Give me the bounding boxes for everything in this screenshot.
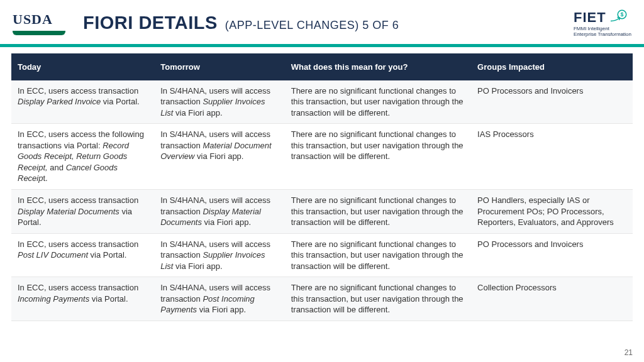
money-arrow-icon: $ [609, 9, 628, 26]
table-row: In ECC, users access transaction Display… [11, 189, 633, 233]
cell-tomorrow: In S/4HANA, users will access transactio… [154, 233, 284, 277]
cell-today: In ECC, users access transaction Display… [11, 189, 154, 233]
comparison-table: Today Tomorrow What does this mean for y… [11, 53, 633, 321]
col-header-meaning: What does this mean for you? [285, 53, 471, 80]
cell-groups: PO Processors and Invoicers [471, 233, 633, 277]
usda-swoosh-icon [13, 26, 65, 35]
cell-tomorrow: In S/4HANA, users will access transactio… [154, 277, 284, 321]
slide-subtitle: (APP-LEVEL CHANGES) 5 OF 6 [225, 19, 399, 32]
cell-today: In ECC, users access the following trans… [11, 124, 154, 190]
cell-meaning: There are no significant functional chan… [285, 277, 471, 321]
cell-tomorrow: In S/4HANA, users will access transactio… [154, 124, 284, 190]
cell-tomorrow: In S/4HANA, users will access transactio… [154, 80, 284, 124]
cell-tomorrow: In S/4HANA, users will access transactio… [154, 189, 284, 233]
slide-title: FIORI DETAILS [83, 13, 218, 33]
comparison-table-wrap: Today Tomorrow What does this mean for y… [0, 53, 644, 321]
svg-text:$: $ [620, 12, 623, 18]
table-row: In ECC, users access transaction Display… [11, 80, 633, 124]
table-row: In ECC, users access transaction Post LI… [11, 233, 633, 277]
fiet-logo: FIET $ FMMI Intelligent Enterprise Trans… [574, 9, 631, 38]
col-header-today: Today [11, 53, 154, 80]
cell-meaning: There are no significant functional chan… [285, 189, 471, 233]
table-row: In ECC, users access transaction Incomin… [11, 277, 633, 321]
fiet-tagline-2: Enterprise Transformation [574, 32, 631, 38]
usda-logo: USDA [13, 11, 65, 35]
fiet-logo-text: FIET [574, 9, 606, 26]
cell-meaning: There are no significant functional chan… [285, 233, 471, 277]
page-number: 21 [625, 348, 633, 357]
cell-meaning: There are no significant functional chan… [285, 80, 471, 124]
cell-today: In ECC, users access transaction Display… [11, 80, 154, 124]
table-row: In ECC, users access the following trans… [11, 124, 633, 190]
slide-header: USDA FIORI DETAILS (APP-LEVEL CHANGES) 5… [0, 0, 644, 41]
col-header-groups: Groups Impacted [471, 53, 633, 80]
cell-groups: PO Handlers, especially IAS or Procureme… [471, 189, 633, 233]
divider [0, 44, 644, 47]
col-header-tomorrow: Tomorrow [154, 53, 284, 80]
cell-groups: IAS Processors [471, 124, 633, 190]
cell-meaning: There are no significant functional chan… [285, 124, 471, 190]
cell-today: In ECC, users access transaction Incomin… [11, 277, 154, 321]
cell-groups: PO Processors and Invoicers [471, 80, 633, 124]
slide: USDA FIORI DETAILS (APP-LEVEL CHANGES) 5… [0, 0, 644, 362]
cell-today: In ECC, users access transaction Post LI… [11, 233, 154, 277]
usda-logo-text: USDA [13, 11, 53, 28]
title-block: FIORI DETAILS (APP-LEVEL CHANGES) 5 OF 6 [83, 13, 574, 33]
cell-groups: Collection Processors [471, 277, 633, 321]
table-header-row: Today Tomorrow What does this mean for y… [11, 53, 633, 80]
